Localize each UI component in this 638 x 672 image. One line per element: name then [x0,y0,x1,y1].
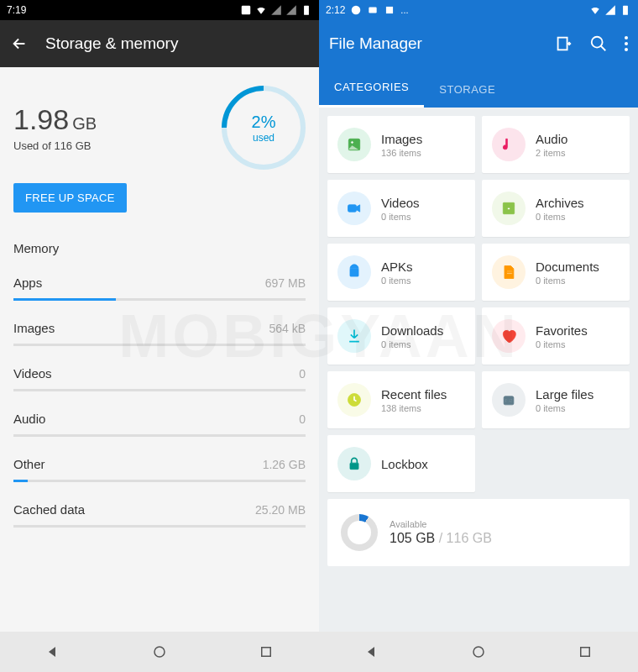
card-subtitle: 0 items [381,276,413,286]
video-icon [346,200,363,217]
category-card-documents[interactable]: Documents0 items [482,244,630,301]
used-value: 1.98 [13,103,69,135]
card-title: Downloads [381,323,443,338]
battery-icon [301,4,312,16]
svg-rect-19 [350,269,358,276]
svg-rect-3 [261,648,270,657]
memory-header: Memory [0,229,319,264]
search-icon[interactable] [589,34,608,53]
card-subtitle: 136 items [381,148,422,158]
category-card-recent[interactable]: Recent files138 items [327,371,475,428]
category-card-archives[interactable]: Archives0 items [482,180,630,237]
available-card[interactable]: Available 105 GB / 116 GB [327,499,630,566]
row-label: Other [13,457,45,471]
category-card-apks[interactable]: APKs0 items [327,244,475,301]
card-subtitle: 0 items [381,339,443,349]
storage-body: 1.98GB Used of 116 GB 2% used FREE UP SP… [0,67,319,632]
svg-point-12 [625,48,628,51]
svg-rect-8 [558,38,567,50]
card-title: Lockbox [381,457,428,471]
status-time: 2:12 [326,4,345,16]
card-title: Archives [536,196,584,210]
svg-rect-0 [242,6,251,15]
row-value: 697 MB [265,276,306,290]
row-label: Videos [13,366,52,381]
nav-back-icon[interactable] [364,644,379,659]
row-value: 564 kB [269,322,306,335]
card-title: Documents [536,260,599,274]
available-free: 105 GB [390,531,435,545]
svg-rect-7 [623,6,628,15]
card-title: Videos [381,196,420,210]
signal-icon [270,4,282,16]
category-card-downloads[interactable]: Downloads0 items [327,307,475,365]
phone-right: 2:12 ... File Manager CATEGORIES STORAGE… [319,0,638,672]
page-title: Storage & memory [45,34,178,53]
card-title: Recent files [381,387,447,402]
nav-home-icon[interactable] [152,644,167,659]
nav-home-icon[interactable] [471,644,486,659]
chat-icon [350,4,362,16]
card-subtitle: 0 items [536,276,599,286]
tab-storage[interactable]: STORAGE [424,71,510,108]
android-icon [346,264,363,281]
card-subtitle: 138 items [381,403,447,413]
category-card-audio[interactable]: Audio2 items [482,116,630,173]
used-unit: GB [72,114,97,133]
used-subtitle: Used of 116 GB [13,139,97,152]
storage-row[interactable]: Videos0 [0,354,319,400]
storage-row[interactable]: Images564 kB [0,309,319,354]
storage-row[interactable]: Apps697 MB [0,264,319,309]
card-title: Large files [536,387,594,402]
svg-point-14 [351,141,353,144]
available-label: Available [390,519,492,529]
signal-icon [285,4,297,16]
svg-point-11 [625,42,628,45]
svg-rect-5 [369,8,377,13]
cleanup-icon[interactable] [554,34,573,53]
svg-rect-18 [507,207,510,210]
status-bar: 2:12 ... [319,0,638,20]
storage-row[interactable]: Cached data25.20 MB [0,491,319,536]
usage-donut-icon [341,514,378,551]
page-title: File Manager [329,34,422,53]
tab-categories[interactable]: CATEGORIES [319,69,424,108]
wifi-icon [589,4,601,16]
svg-point-10 [625,36,628,39]
storage-row[interactable]: Audio0 [0,400,319,445]
svg-rect-29 [580,648,589,657]
header: File Manager [319,20,638,67]
lock-icon [346,455,363,472]
usage-percent: 2% [252,113,276,132]
heart-icon [500,328,517,344]
category-card-lockbox[interactable]: Lockbox [327,435,475,492]
image-icon [346,136,363,153]
music-icon [500,136,517,153]
storage-row[interactable]: Other1.26 GB [0,445,319,491]
nav-recent-icon[interactable] [259,644,274,659]
file-manager-body: Images136 itemsAudio2 itemsVideos0 items… [319,108,638,632]
card-subtitle: 0 items [381,212,420,222]
row-value: 0 [299,367,306,381]
signal-icon [604,4,616,16]
row-value: 25.20 MB [255,503,306,517]
usage-ring: 2% used [222,86,306,170]
phone-left: 7:19 Storage & memory 1.98GB Used of 116… [0,0,319,672]
row-label: Apps [13,276,42,290]
nav-recent-icon[interactable] [578,644,593,659]
svg-rect-23 [507,273,513,274]
back-icon[interactable] [10,34,29,53]
svg-point-2 [154,647,165,657]
free-up-space-button[interactable]: FREE UP SPACE [13,183,127,213]
more-icon[interactable] [625,36,628,51]
card-title: Favorites [536,323,588,338]
svg-rect-22 [507,270,513,271]
nav-back-icon[interactable] [45,644,60,659]
category-card-images[interactable]: Images136 items [327,116,475,173]
archive-icon [500,200,517,217]
svg-rect-17 [503,202,514,206]
category-card-videos[interactable]: Videos0 items [327,180,475,237]
category-card-favorites[interactable]: Favorites0 items [482,307,630,365]
large-icon: MB [500,391,517,408]
category-card-large[interactable]: MBLarge files0 items [482,371,630,428]
